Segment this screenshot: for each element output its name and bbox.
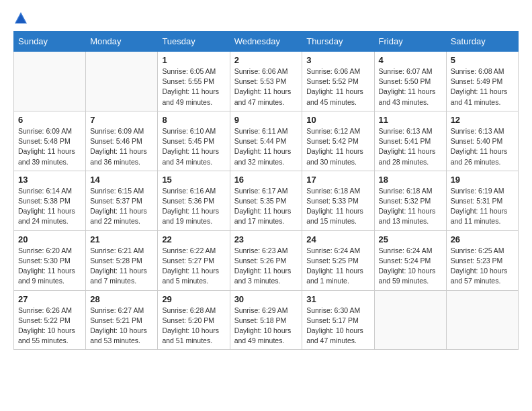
calendar-cell: 14Sunrise: 6:15 AMSunset: 5:37 PMDayligh… — [86, 171, 158, 230]
calendar-cell — [14, 52, 86, 111]
calendar-cell: 31Sunrise: 6:30 AMSunset: 5:17 PMDayligh… — [302, 290, 374, 350]
calendar-cell: 26Sunrise: 6:25 AMSunset: 5:23 PMDayligh… — [446, 230, 518, 290]
day-info: Sunrise: 6:18 AMSunset: 5:33 PMDaylight:… — [306, 186, 369, 227]
day-info: Sunrise: 6:19 AMSunset: 5:31 PMDaylight:… — [451, 186, 514, 227]
day-info: Sunrise: 6:15 AMSunset: 5:37 PMDaylight:… — [90, 186, 153, 227]
calendar-week-1: 1Sunrise: 6:05 AMSunset: 5:55 PMDaylight… — [14, 52, 519, 111]
calendar-cell: 22Sunrise: 6:22 AMSunset: 5:27 PMDayligh… — [158, 230, 230, 290]
day-info: Sunrise: 6:23 AMSunset: 5:26 PMDaylight:… — [234, 246, 298, 287]
day-number: 2 — [234, 55, 298, 65]
day-info: Sunrise: 6:10 AMSunset: 5:45 PMDaylight:… — [162, 126, 225, 167]
calendar-cell: 25Sunrise: 6:24 AMSunset: 5:24 PMDayligh… — [374, 230, 446, 290]
day-number: 11 — [379, 115, 442, 125]
day-number: 30 — [234, 294, 298, 304]
day-info: Sunrise: 6:18 AMSunset: 5:32 PMDaylight:… — [379, 186, 442, 227]
calendar-cell: 16Sunrise: 6:17 AMSunset: 5:35 PMDayligh… — [230, 171, 302, 230]
day-info: Sunrise: 6:17 AMSunset: 5:35 PMDaylight:… — [234, 186, 298, 227]
day-number: 31 — [306, 294, 369, 304]
calendar-cell: 7Sunrise: 6:09 AMSunset: 5:46 PMDaylight… — [86, 111, 158, 171]
day-number: 3 — [306, 55, 369, 65]
calendar-cell: 15Sunrise: 6:16 AMSunset: 5:36 PMDayligh… — [158, 171, 230, 230]
calendar-week-5: 27Sunrise: 6:26 AMSunset: 5:22 PMDayligh… — [14, 290, 519, 350]
day-number: 10 — [306, 115, 369, 125]
calendar-cell: 21Sunrise: 6:21 AMSunset: 5:28 PMDayligh… — [86, 230, 158, 290]
day-number: 27 — [18, 294, 81, 304]
day-number: 6 — [18, 115, 81, 125]
day-info: Sunrise: 6:06 AMSunset: 5:52 PMDaylight:… — [306, 66, 369, 107]
day-number: 7 — [90, 115, 153, 125]
weekday-header-saturday: Saturday — [446, 32, 518, 52]
day-info: Sunrise: 6:28 AMSunset: 5:20 PMDaylight:… — [162, 306, 225, 347]
calendar-cell: 4Sunrise: 6:07 AMSunset: 5:50 PMDaylight… — [374, 52, 446, 111]
calendar-cell: 27Sunrise: 6:26 AMSunset: 5:22 PMDayligh… — [14, 290, 86, 350]
day-number: 22 — [162, 234, 225, 244]
day-info: Sunrise: 6:12 AMSunset: 5:42 PMDaylight:… — [306, 126, 369, 167]
day-info: Sunrise: 6:05 AMSunset: 5:55 PMDaylight:… — [162, 66, 225, 107]
day-info: Sunrise: 6:16 AMSunset: 5:36 PMDaylight:… — [162, 186, 225, 227]
day-number: 1 — [162, 55, 225, 65]
calendar-cell: 2Sunrise: 6:06 AMSunset: 5:53 PMDaylight… — [230, 52, 302, 111]
day-number: 4 — [379, 55, 442, 65]
day-number: 18 — [379, 175, 442, 185]
day-number: 5 — [451, 55, 514, 65]
day-number: 20 — [18, 234, 81, 244]
calendar-week-3: 13Sunrise: 6:14 AMSunset: 5:38 PMDayligh… — [14, 171, 519, 230]
day-info: Sunrise: 6:09 AMSunset: 5:46 PMDaylight:… — [90, 126, 153, 167]
day-info: Sunrise: 6:13 AMSunset: 5:41 PMDaylight:… — [379, 126, 442, 167]
weekday-header-row: SundayMondayTuesdayWednesdayThursdayFrid… — [14, 32, 519, 52]
calendar-cell: 30Sunrise: 6:29 AMSunset: 5:18 PMDayligh… — [230, 290, 302, 350]
weekday-header-monday: Monday — [86, 32, 158, 52]
calendar-table: SundayMondayTuesdayWednesdayThursdayFrid… — [13, 31, 519, 350]
day-info: Sunrise: 6:13 AMSunset: 5:40 PMDaylight:… — [451, 126, 514, 167]
calendar-cell — [446, 290, 518, 350]
calendar-cell: 13Sunrise: 6:14 AMSunset: 5:38 PMDayligh… — [14, 171, 86, 230]
day-number: 13 — [18, 175, 81, 185]
calendar-cell: 18Sunrise: 6:18 AMSunset: 5:32 PMDayligh… — [374, 171, 446, 230]
calendar-cell: 24Sunrise: 6:24 AMSunset: 5:25 PMDayligh… — [302, 230, 374, 290]
day-number: 29 — [162, 294, 225, 304]
day-info: Sunrise: 6:29 AMSunset: 5:18 PMDaylight:… — [234, 306, 298, 347]
calendar-cell: 12Sunrise: 6:13 AMSunset: 5:40 PMDayligh… — [446, 111, 518, 171]
calendar-cell: 28Sunrise: 6:27 AMSunset: 5:21 PMDayligh… — [86, 290, 158, 350]
day-info: Sunrise: 6:08 AMSunset: 5:49 PMDaylight:… — [451, 66, 514, 107]
day-number: 26 — [451, 234, 514, 244]
day-number: 23 — [234, 234, 298, 244]
calendar-cell: 11Sunrise: 6:13 AMSunset: 5:41 PMDayligh… — [374, 111, 446, 171]
day-info: Sunrise: 6:26 AMSunset: 5:22 PMDaylight:… — [18, 306, 81, 347]
day-number: 28 — [90, 294, 153, 304]
day-info: Sunrise: 6:21 AMSunset: 5:28 PMDaylight:… — [90, 246, 153, 287]
calendar-cell: 10Sunrise: 6:12 AMSunset: 5:42 PMDayligh… — [302, 111, 374, 171]
day-info: Sunrise: 6:25 AMSunset: 5:23 PMDaylight:… — [451, 246, 514, 287]
page-header — [13, 11, 519, 26]
weekday-header-sunday: Sunday — [14, 32, 86, 52]
weekday-header-friday: Friday — [374, 32, 446, 52]
calendar-week-4: 20Sunrise: 6:20 AMSunset: 5:30 PMDayligh… — [14, 230, 519, 290]
calendar-cell: 1Sunrise: 6:05 AMSunset: 5:55 PMDaylight… — [158, 52, 230, 111]
calendar-cell: 3Sunrise: 6:06 AMSunset: 5:52 PMDaylight… — [302, 52, 374, 111]
logo — [13, 11, 31, 26]
calendar-week-2: 6Sunrise: 6:09 AMSunset: 5:48 PMDaylight… — [14, 111, 519, 171]
calendar-cell: 29Sunrise: 6:28 AMSunset: 5:20 PMDayligh… — [158, 290, 230, 350]
day-info: Sunrise: 6:22 AMSunset: 5:27 PMDaylight:… — [162, 246, 225, 287]
calendar-cell: 17Sunrise: 6:18 AMSunset: 5:33 PMDayligh… — [302, 171, 374, 230]
day-number: 19 — [451, 175, 514, 185]
weekday-header-thursday: Thursday — [302, 32, 374, 52]
calendar-cell: 5Sunrise: 6:08 AMSunset: 5:49 PMDaylight… — [446, 52, 518, 111]
calendar-cell: 6Sunrise: 6:09 AMSunset: 5:48 PMDaylight… — [14, 111, 86, 171]
day-info: Sunrise: 6:06 AMSunset: 5:53 PMDaylight:… — [234, 66, 298, 107]
day-info: Sunrise: 6:20 AMSunset: 5:30 PMDaylight:… — [18, 246, 81, 287]
day-number: 17 — [306, 175, 369, 185]
calendar-cell — [374, 290, 446, 350]
calendar-cell: 19Sunrise: 6:19 AMSunset: 5:31 PMDayligh… — [446, 171, 518, 230]
day-info: Sunrise: 6:24 AMSunset: 5:24 PMDaylight:… — [379, 246, 442, 287]
day-number: 15 — [162, 175, 225, 185]
day-number: 25 — [379, 234, 442, 244]
day-info: Sunrise: 6:30 AMSunset: 5:17 PMDaylight:… — [306, 306, 369, 347]
day-number: 14 — [90, 175, 153, 185]
logo-icon — [13, 11, 28, 26]
day-info: Sunrise: 6:09 AMSunset: 5:48 PMDaylight:… — [18, 126, 81, 167]
day-info: Sunrise: 6:24 AMSunset: 5:25 PMDaylight:… — [306, 246, 369, 287]
weekday-header-wednesday: Wednesday — [230, 32, 302, 52]
weekday-header-tuesday: Tuesday — [158, 32, 230, 52]
calendar-cell: 8Sunrise: 6:10 AMSunset: 5:45 PMDaylight… — [158, 111, 230, 171]
